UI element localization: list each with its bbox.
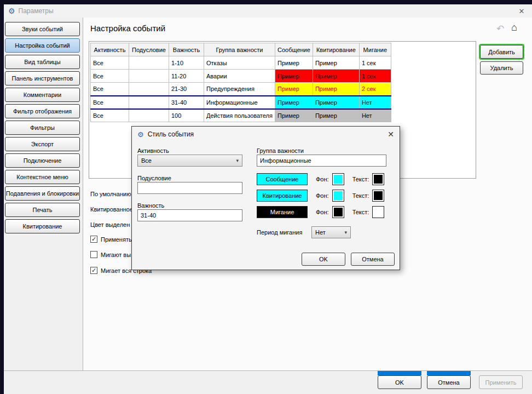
cell-group[interactable]: Информационные: [204, 96, 275, 109]
cell-subcondition[interactable]: [129, 109, 169, 122]
cell-blink[interactable]: 1 сек: [359, 56, 391, 70]
sidebar-item-print[interactable]: Печать: [5, 203, 80, 217]
sidebar-item-filters[interactable]: Фильтры: [5, 121, 80, 135]
sidebar-item-comments[interactable]: Комментарии: [5, 88, 80, 102]
cell-blink[interactable]: Нет: [359, 96, 391, 109]
cell-blink[interactable]: 1 сек: [359, 70, 391, 83]
cell-importance[interactable]: 21-30: [169, 83, 204, 96]
sidebar-item-suppressions[interactable]: Подавления и блокировки: [5, 186, 80, 201]
titlebar: ⚙ Параметры ✕: [4, 4, 532, 18]
ack-text-swatch[interactable]: [372, 190, 384, 202]
apply-button[interactable]: Применить: [479, 375, 523, 389]
cancel-button[interactable]: Отмена: [427, 375, 471, 389]
cell-activity[interactable]: Все: [91, 70, 129, 83]
cell-importance[interactable]: 1-10: [169, 56, 204, 70]
cell-activity[interactable]: Все: [91, 83, 129, 96]
checkbox-box[interactable]: ✓: [90, 267, 97, 274]
subcondition-input[interactable]: [137, 182, 242, 194]
importance-input[interactable]: [137, 209, 242, 221]
cell-blink[interactable]: Нет: [359, 109, 391, 122]
table-row[interactable]: Все 11-20 Аварии Пример Пример 1 сек: [91, 70, 391, 83]
cell-subcondition[interactable]: [129, 83, 169, 96]
importance-label: Важность: [137, 202, 164, 209]
cell-activity[interactable]: Все: [91, 56, 129, 70]
dialog-ok-button[interactable]: OK: [302, 253, 345, 266]
message-style-button[interactable]: Сообщение: [257, 173, 308, 185]
table-row[interactable]: Все 1-10 Отказы Пример Пример 1 сек: [91, 56, 391, 70]
sidebar-item-event-sounds[interactable]: Звуки событий: [5, 22, 80, 36]
table-row[interactable]: Все 100 Действия пользователя Пример При…: [91, 109, 391, 122]
sidebar-item-toolbar[interactable]: Панель инструментов: [5, 71, 80, 85]
col-header-group[interactable]: Группа важности: [204, 43, 275, 56]
cell-ack[interactable]: Пример: [313, 70, 359, 83]
cell-subcondition[interactable]: [129, 56, 169, 70]
cell-importance[interactable]: 11-20: [169, 70, 204, 83]
chevron-down-icon: ▾: [236, 158, 239, 163]
cell-ack[interactable]: Пример: [313, 83, 359, 96]
blink-style-button[interactable]: Мигание: [257, 206, 308, 218]
table-row-selected[interactable]: Все 31-40 Информационные Пример Пример Н…: [91, 96, 391, 109]
col-header-blink[interactable]: Мигание: [359, 43, 391, 56]
message-text-swatch[interactable]: [372, 173, 384, 185]
cell-group[interactable]: Отказы: [204, 56, 275, 70]
delete-button[interactable]: Удалить: [480, 61, 523, 75]
ack-style-button[interactable]: Квитирование: [257, 190, 308, 202]
cell-group[interactable]: Предупреждения: [204, 83, 275, 96]
blink-period-value: Нет: [315, 229, 326, 236]
ack-bg-swatch[interactable]: [332, 190, 344, 202]
col-header-activity[interactable]: Активность: [91, 43, 129, 56]
page-title: Настройка событий: [90, 24, 165, 33]
dialog-close-icon[interactable]: ✕: [388, 130, 394, 139]
checkbox-box[interactable]: ✓: [90, 251, 97, 258]
blink-text-swatch[interactable]: [372, 206, 384, 218]
activity-select[interactable]: Все ▾: [137, 155, 242, 167]
table-row[interactable]: Все 21-30 Предупреждения Пример Пример 2…: [91, 83, 391, 96]
check-icon: ✓: [91, 267, 96, 273]
sidebar-item-context-menu[interactable]: Контекстное меню: [5, 170, 80, 184]
home-icon[interactable]: ⌂: [511, 22, 517, 33]
cell-activity[interactable]: Все: [91, 109, 129, 122]
sidebar-item-connection[interactable]: Подключение: [5, 153, 80, 168]
cell-ack[interactable]: Пример: [313, 56, 359, 70]
ok-button[interactable]: OK: [378, 375, 421, 389]
dialog-titlebar: ⚙ Стиль события ✕: [132, 127, 400, 142]
dialog-cancel-button[interactable]: Отмена: [351, 253, 395, 266]
col-header-message[interactable]: Сообщение: [275, 43, 313, 56]
cell-activity[interactable]: Все: [91, 96, 129, 109]
col-header-importance[interactable]: Важность: [169, 43, 204, 56]
message-bg-swatch[interactable]: [332, 173, 344, 185]
sidebar-item-acknowledgement[interactable]: Квитирование: [5, 219, 80, 233]
checkbox-apply[interactable]: ✓ Применять: [90, 236, 132, 243]
checkbox-box[interactable]: ✓: [90, 236, 97, 243]
cell-message[interactable]: Пример: [275, 56, 313, 70]
cell-message[interactable]: Пример: [275, 109, 313, 122]
sidebar-item-event-setup[interactable]: Настройка событий: [5, 38, 80, 53]
sidebar-item-display-filter[interactable]: Фильтр отображения: [5, 104, 80, 118]
cell-ack[interactable]: Пример: [313, 109, 359, 122]
cell-group[interactable]: Действия пользователя: [204, 109, 275, 122]
blink-period-select[interactable]: Нет ▾: [311, 226, 351, 238]
close-icon[interactable]: ✕: [516, 7, 528, 15]
importance-group-input[interactable]: [257, 155, 386, 167]
cell-message[interactable]: Пример: [275, 83, 313, 96]
cell-group[interactable]: Аварии: [204, 70, 275, 83]
blink-bg-swatch[interactable]: [332, 206, 344, 218]
add-button[interactable]: Добавить: [480, 45, 523, 59]
sidebar-item-table-view[interactable]: Вид таблицы: [5, 55, 80, 69]
cell-subcondition[interactable]: [129, 96, 169, 109]
sidebar: Звуки событий Настройка событий Вид табл…: [5, 22, 80, 233]
undo-icon[interactable]: ↶: [496, 23, 504, 35]
cell-message[interactable]: Пример: [275, 70, 313, 83]
col-header-subcondition[interactable]: Подусловие: [129, 43, 169, 56]
cell-importance[interactable]: 100: [169, 109, 204, 122]
cell-ack[interactable]: Пример: [313, 96, 359, 109]
message-style-row: Сообщение Фон: Текст:: [257, 173, 384, 185]
cell-blink[interactable]: 2 сек: [359, 83, 391, 96]
sidebar-item-export[interactable]: Экспорт: [5, 137, 80, 151]
cell-subcondition[interactable]: [129, 70, 169, 83]
gear-icon: ⚙: [8, 7, 15, 15]
col-header-ack[interactable]: Квитирование: [313, 43, 359, 56]
checkbox-blink-selected[interactable]: ✓ Мигают вы: [90, 251, 131, 258]
cell-importance[interactable]: 31-40: [169, 96, 204, 109]
cell-message[interactable]: Пример: [275, 96, 313, 109]
